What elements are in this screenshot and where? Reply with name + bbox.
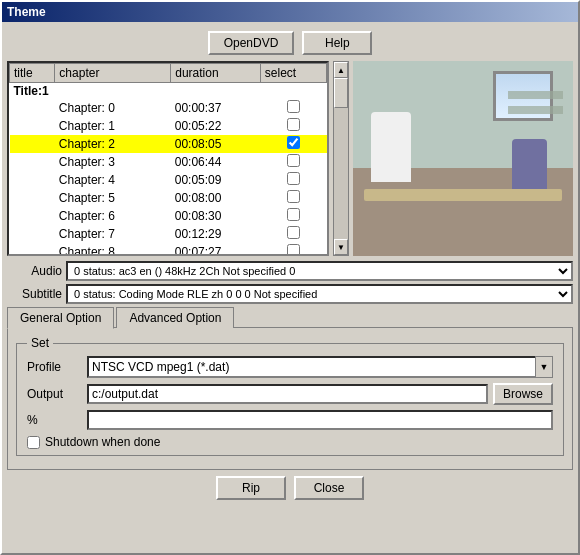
profile-dropdown-wrapper: NTSC VCD mpeg1 (*.dat)PAL VCD mpeg1 (*.d… bbox=[87, 356, 553, 378]
subtitle-select[interactable]: 0 status: Coding Mode RLE zh 0 0 0 Not s… bbox=[66, 284, 573, 304]
col-select: select bbox=[260, 64, 326, 83]
cell-duration: 00:07:27 bbox=[171, 243, 261, 256]
cell-select[interactable] bbox=[260, 135, 326, 153]
close-button[interactable]: Close bbox=[294, 476, 364, 500]
cell-select[interactable] bbox=[260, 153, 326, 171]
profile-select[interactable]: NTSC VCD mpeg1 (*.dat)PAL VCD mpeg1 (*.d… bbox=[87, 356, 553, 378]
bottom-buttons: Rip Close bbox=[7, 476, 573, 500]
table-row[interactable]: Chapter: 8 00:07:27 bbox=[10, 243, 327, 256]
set-group: Set Profile NTSC VCD mpeg1 (*.dat)PAL VC… bbox=[16, 336, 564, 456]
main-window: Theme OpenDVD Help title chapter duratio… bbox=[0, 0, 580, 555]
table-row[interactable]: Chapter: 5 00:08:00 bbox=[10, 189, 327, 207]
percent-label: % bbox=[27, 413, 82, 427]
scroll-track bbox=[334, 78, 348, 239]
cell-title bbox=[10, 99, 55, 117]
cell-select[interactable] bbox=[260, 189, 326, 207]
table-row[interactable]: Title:1 bbox=[10, 83, 327, 100]
progress-bar bbox=[87, 410, 553, 430]
audio-select[interactable]: 0 status: ac3 en () 48kHz 2Ch Not specif… bbox=[66, 261, 573, 281]
toolbar: OpenDVD Help bbox=[7, 31, 573, 55]
cell-title bbox=[10, 207, 55, 225]
bed bbox=[364, 189, 562, 201]
subtitle-label: Subtitle bbox=[7, 287, 62, 301]
cell-select[interactable] bbox=[260, 225, 326, 243]
col-chapter: chapter bbox=[55, 64, 171, 83]
cell-duration: 00:08:30 bbox=[171, 207, 261, 225]
cell-chapter: Chapter: 3 bbox=[55, 153, 171, 171]
title-bar: Theme bbox=[2, 2, 578, 22]
cell-chapter: Chapter: 0 bbox=[55, 99, 171, 117]
cell-title bbox=[10, 225, 55, 243]
cell-duration: 00:05:09 bbox=[171, 171, 261, 189]
cell-chapter: Chapter: 2 bbox=[55, 135, 171, 153]
opendvd-button[interactable]: OpenDVD bbox=[208, 31, 295, 55]
subtitle-select-wrapper: 0 status: Coding Mode RLE zh 0 0 0 Not s… bbox=[66, 284, 573, 304]
cell-duration: 00:05:22 bbox=[171, 117, 261, 135]
cell-chapter: Chapter: 7 bbox=[55, 225, 171, 243]
scroll-up-button[interactable]: ▲ bbox=[334, 62, 348, 78]
cell-duration: 00:06:44 bbox=[171, 153, 261, 171]
table-row[interactable]: Chapter: 6 00:08:30 bbox=[10, 207, 327, 225]
video-preview bbox=[353, 61, 573, 256]
help-button[interactable]: Help bbox=[302, 31, 372, 55]
chapter-table[interactable]: title chapter duration select Title:1 Ch… bbox=[7, 61, 329, 256]
main-area: title chapter duration select Title:1 Ch… bbox=[7, 61, 573, 256]
cell-chapter: Chapter: 4 bbox=[55, 171, 171, 189]
audio-row: Audio 0 status: ac3 en () 48kHz 2Ch Not … bbox=[7, 261, 573, 281]
cell-title bbox=[10, 135, 55, 153]
table-row[interactable]: Chapter: 3 00:06:44 bbox=[10, 153, 327, 171]
cell-duration: 00:08:05 bbox=[171, 135, 261, 153]
cell-chapter: Chapter: 1 bbox=[55, 117, 171, 135]
col-title: title bbox=[10, 64, 55, 83]
table-row[interactable]: Chapter: 1 00:05:22 bbox=[10, 117, 327, 135]
cell-duration: 00:12:29 bbox=[171, 225, 261, 243]
cell-select bbox=[260, 83, 326, 100]
audio-select-wrapper: 0 status: ac3 en () 48kHz 2Ch Not specif… bbox=[66, 261, 573, 281]
output-label: Output bbox=[27, 387, 82, 401]
scroll-thumb[interactable] bbox=[334, 78, 348, 108]
scene-background bbox=[353, 61, 573, 256]
audio-label: Audio bbox=[7, 264, 62, 278]
cell-title bbox=[10, 117, 55, 135]
subtitle-row: Subtitle 0 status: Coding Mode RLE zh 0 … bbox=[7, 284, 573, 304]
cell-title bbox=[10, 189, 55, 207]
progress-row: % bbox=[27, 410, 553, 430]
cell-title bbox=[10, 153, 55, 171]
cell-chapter: Chapter: 5 bbox=[55, 189, 171, 207]
shelf bbox=[508, 91, 563, 99]
cell-select[interactable] bbox=[260, 243, 326, 256]
col-duration: duration bbox=[171, 64, 261, 83]
rip-button[interactable]: Rip bbox=[216, 476, 286, 500]
tab-general[interactable]: General Option bbox=[7, 307, 114, 329]
shutdown-label: Shutdown when done bbox=[45, 435, 160, 449]
cell-chapter: Chapter: 6 bbox=[55, 207, 171, 225]
cell-duration: 00:08:00 bbox=[171, 189, 261, 207]
profile-label: Profile bbox=[27, 360, 82, 374]
cell-select[interactable] bbox=[260, 99, 326, 117]
cell-title: Title:1 bbox=[10, 83, 261, 100]
tab-advanced[interactable]: Advanced Option bbox=[116, 307, 234, 328]
tab-content: Set Profile NTSC VCD mpeg1 (*.dat)PAL VC… bbox=[7, 327, 573, 470]
person2-body bbox=[512, 139, 547, 194]
cell-title bbox=[10, 171, 55, 189]
table-row[interactable]: Chapter: 7 00:12:29 bbox=[10, 225, 327, 243]
window-title: Theme bbox=[7, 5, 46, 19]
table-row[interactable]: Chapter: 0 00:00:37 bbox=[10, 99, 327, 117]
browse-button[interactable]: Browse bbox=[493, 383, 553, 405]
cell-select[interactable] bbox=[260, 207, 326, 225]
table-scrollbar[interactable]: ▲ ▼ bbox=[333, 61, 349, 256]
output-row: Output Browse bbox=[27, 383, 553, 405]
scroll-down-button[interactable]: ▼ bbox=[334, 239, 348, 255]
output-input[interactable] bbox=[87, 384, 488, 404]
tabs: General Option Advanced Option bbox=[7, 307, 573, 328]
cell-select[interactable] bbox=[260, 171, 326, 189]
set-legend: Set bbox=[27, 336, 53, 350]
shutdown-row: Shutdown when done bbox=[27, 435, 553, 449]
shutdown-checkbox[interactable] bbox=[27, 436, 40, 449]
cell-title bbox=[10, 243, 55, 256]
table-row[interactable]: Chapter: 2 00:08:05 bbox=[10, 135, 327, 153]
shelf2 bbox=[508, 106, 563, 114]
cell-chapter: Chapter: 8 bbox=[55, 243, 171, 256]
table-row[interactable]: Chapter: 4 00:05:09 bbox=[10, 171, 327, 189]
cell-select[interactable] bbox=[260, 117, 326, 135]
